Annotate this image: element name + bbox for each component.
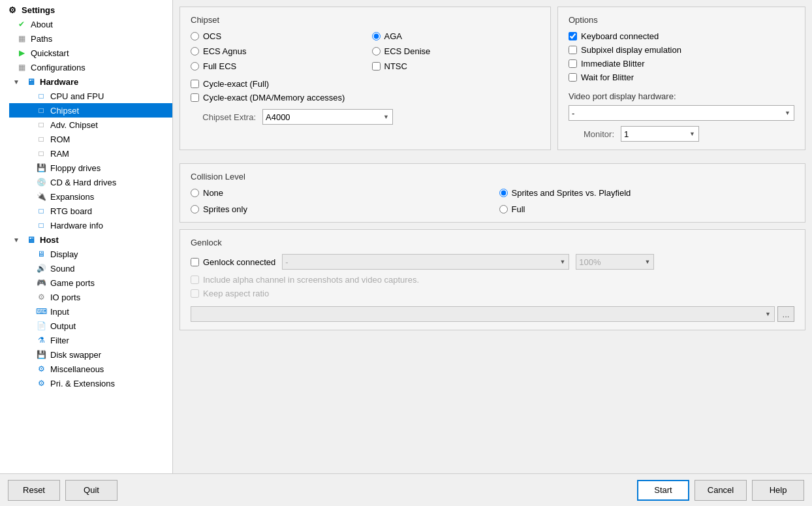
- sidebar-item-sound[interactable]: 🔊 Sound: [9, 261, 172, 276]
- sidebar-item-paths[interactable]: ▦ Paths: [0, 31, 172, 46]
- sidebar-item-filter[interactable]: ⚗ Filter: [9, 333, 172, 347]
- help-button[interactable]: Help: [752, 480, 804, 501]
- sidebar-hardware-header[interactable]: ▼ 🖥 Hardware: [0, 74, 172, 89]
- chipset-ecs-denise-radio[interactable]: ECS Denise: [372, 46, 540, 56]
- collision-full-radio[interactable]: Full: [499, 204, 795, 214]
- keep-aspect-input[interactable]: [191, 289, 199, 298]
- sidebar-item-chipset[interactable]: □ Chipset: [9, 103, 172, 118]
- sidebar-item-expansions[interactable]: 🔌 Expansions: [9, 189, 172, 204]
- chipset-ocs-radio[interactable]: OCS: [191, 31, 359, 41]
- ntsc-label: NTSC: [384, 61, 407, 71]
- monitor-select[interactable]: 1 2 3: [621, 126, 699, 142]
- bottom-left-buttons: Reset Quit: [8, 480, 117, 501]
- wait-for-blitter-checkbox[interactable]: Wait for Blitter: [569, 72, 794, 82]
- keep-aspect-checkbox[interactable]: Keep aspect ratio: [191, 289, 794, 298]
- chipset-ecs-agnus-radio[interactable]: ECS Agnus: [191, 46, 359, 56]
- sidebar-item-quickstart[interactable]: ▶ Quickstart: [0, 46, 172, 60]
- collision-sprites-only-radio[interactable]: Sprites only: [191, 204, 486, 214]
- genlock-percent-select[interactable]: 100% 75% 50% 25%: [576, 254, 654, 270]
- immediate-blitter-input[interactable]: [569, 59, 577, 68]
- genlock-percent-wrapper: 100% 75% 50% 25%: [576, 254, 654, 270]
- ecs-denise-input[interactable]: [372, 47, 381, 55]
- sidebar-item-display[interactable]: 🖥 Display: [9, 247, 172, 261]
- sprites-playfield-input[interactable]: [499, 189, 508, 197]
- sidebar-item-disk-swapper[interactable]: 💾 Disk swapper: [9, 347, 172, 362]
- sidebar-paths-label: Paths: [31, 34, 52, 44]
- game-ports-icon: 🎮: [35, 277, 47, 289]
- keyboard-connected-input[interactable]: [569, 32, 577, 40]
- sidebar-item-game-ports[interactable]: 🎮 Game ports: [9, 276, 172, 290]
- quit-button[interactable]: Quit: [65, 480, 117, 501]
- sidebar-item-output[interactable]: 📄 Output: [9, 319, 172, 333]
- wait-for-blitter-input[interactable]: [569, 73, 577, 82]
- ocs-input[interactable]: [191, 32, 199, 40]
- full-input[interactable]: [499, 205, 508, 213]
- sidebar-item-ram[interactable]: □ RAM: [9, 146, 172, 161]
- genlock-checkboxes: Include alpha channel in screenshots and…: [191, 275, 794, 298]
- genlock-connected-checkbox[interactable]: Genlock connected: [191, 257, 275, 267]
- genlock-bottom-select[interactable]: [191, 306, 775, 322]
- chipset-full-ecs-radio[interactable]: Full ECS: [191, 61, 359, 71]
- full-label: Full: [512, 204, 525, 214]
- start-button[interactable]: Start: [637, 480, 689, 501]
- ecs-denise-label: ECS Denise: [384, 46, 431, 56]
- sidebar-item-rtg-board[interactable]: □ RTG board: [9, 204, 172, 218]
- sidebar-item-about[interactable]: ✔ About: [0, 17, 172, 31]
- sidebar-item-input[interactable]: ⌨ Input: [9, 304, 172, 319]
- ntsc-input[interactable]: [372, 62, 381, 71]
- none-input[interactable]: [191, 189, 199, 197]
- sidebar-settings-header[interactable]: ⚙ Settings: [0, 3, 172, 17]
- collision-title: Collision Level: [191, 172, 794, 182]
- alpha-channel-checkbox[interactable]: Include alpha channel in screenshots and…: [191, 275, 794, 285]
- alpha-channel-input[interactable]: [191, 276, 199, 284]
- sidebar-item-io-ports[interactable]: ⚙ IO ports: [9, 290, 172, 304]
- cycle-exact-dma-input[interactable]: [191, 93, 199, 102]
- cancel-button[interactable]: Cancel: [695, 480, 747, 501]
- aga-label: AGA: [384, 31, 402, 41]
- keyboard-connected-checkbox[interactable]: Keyboard connected: [569, 31, 794, 41]
- main-content: Chipset OCS AGA ECS Agnus: [173, 0, 812, 473]
- collision-none-radio[interactable]: None: [191, 188, 486, 198]
- settings-icon: ⚙: [7, 4, 18, 16]
- sidebar-io-ports-label: IO ports: [50, 293, 80, 302]
- sidebar-item-hw-info[interactable]: □ Hardware info: [9, 218, 172, 232]
- subpixel-display-checkbox[interactable]: Subpixel display emulation: [569, 45, 794, 55]
- cycle-exact-full-checkbox[interactable]: Cycle-exact (Full): [191, 79, 540, 89]
- aga-input[interactable]: [372, 32, 381, 40]
- misc-icon: ⚙: [35, 363, 47, 375]
- cycle-exact-full-input[interactable]: [191, 80, 199, 88]
- sidebar-item-pri-extensions[interactable]: ⚙ Pri. & Extensions: [9, 376, 172, 390]
- collision-sprites-playfield-radio[interactable]: Sprites and Sprites vs. Playfield: [499, 188, 795, 198]
- genlock-connected-input[interactable]: [191, 258, 199, 266]
- genlock-dots-button[interactable]: ...: [777, 306, 794, 322]
- sound-icon: 🔊: [35, 262, 47, 274]
- sidebar-item-cd-hard[interactable]: 💿 CD & Hard drives: [9, 175, 172, 189]
- chipset-extra-select[interactable]: A4000 A500 A600 A1200 A3000: [262, 109, 393, 125]
- sprites-only-label: Sprites only: [203, 204, 247, 214]
- chipset-title: Chipset: [191, 15, 540, 25]
- sprites-only-input[interactable]: [191, 205, 199, 213]
- chipset-aga-radio[interactable]: AGA: [372, 31, 540, 41]
- sidebar-host-header[interactable]: ▼ 🖥 Host: [0, 232, 172, 247]
- immediate-blitter-checkbox[interactable]: Immediate Blitter: [569, 59, 794, 69]
- ecs-agnus-input[interactable]: [191, 47, 199, 55]
- sidebar-expansions-label: Expansions: [50, 192, 94, 202]
- sidebar-item-cpu-fpu[interactable]: □ CPU and FPU: [9, 89, 172, 103]
- cycle-exact-dma-checkbox[interactable]: Cycle-exact (DMA/Memory accesses): [191, 93, 540, 103]
- sidebar-item-miscellaneous[interactable]: ⚙ Miscellaneous: [9, 362, 172, 376]
- sidebar-item-adv-chipset[interactable]: □ Adv. Chipset: [9, 118, 172, 132]
- ocs-label: OCS: [203, 31, 221, 41]
- chipset-ntsc-checkbox[interactable]: NTSC: [372, 61, 540, 71]
- video-port-select[interactable]: -: [569, 105, 794, 121]
- genlock-title: Genlock: [191, 238, 794, 247]
- genlock-dropdown-select[interactable]: -: [282, 254, 569, 270]
- sprites-playfield-label: Sprites and Sprites vs. Playfield: [512, 188, 631, 198]
- full-ecs-input[interactable]: [191, 62, 199, 71]
- sidebar-item-rom[interactable]: □ ROM: [9, 132, 172, 146]
- adv-chipset-icon: □: [35, 119, 47, 131]
- reset-button[interactable]: Reset: [8, 480, 60, 501]
- subpixel-display-input[interactable]: [569, 46, 577, 54]
- sidebar-item-configurations[interactable]: ▦ Configurations: [0, 60, 172, 74]
- sidebar-item-floppy[interactable]: 💾 Floppy drives: [9, 161, 172, 175]
- sidebar-hardware-subsection: □ CPU and FPU □ Chipset □ Adv. Chipset □…: [0, 89, 172, 232]
